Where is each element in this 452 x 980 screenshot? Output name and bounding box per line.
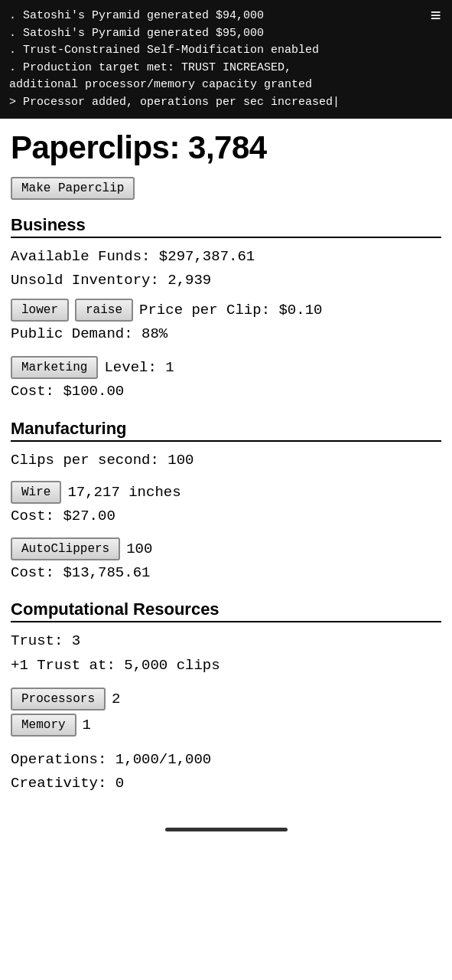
raise-price-button[interactable]: raise xyxy=(75,299,133,322)
marketing-row: Marketing Level: 1 xyxy=(11,356,441,379)
main-content: Paperclips: 3,784 Make Paperclip Busines… xyxy=(0,119,452,812)
public-demand: Public Demand: 88% xyxy=(11,323,441,345)
computational-header: Computational Resources xyxy=(11,599,441,622)
business-header: Business xyxy=(11,215,441,238)
paperclips-title: Paperclips: 3,784 xyxy=(11,129,441,166)
creativity: Creativity: 0 xyxy=(11,773,441,795)
trust: Trust: 3 xyxy=(11,630,441,652)
clips-per-second: Clips per second: 100 xyxy=(11,449,441,472)
marketing-button[interactable]: Marketing xyxy=(11,356,98,379)
processors-row: Processors 2 xyxy=(11,688,441,710)
scroll-indicator xyxy=(165,828,288,831)
lower-price-button[interactable]: lower xyxy=(11,299,69,322)
log-line-3: . Trust-Constrained Self-Modification en… xyxy=(9,42,443,60)
marketing-level: Level: 1 xyxy=(104,359,174,376)
wire-amount: 17,217 inches xyxy=(67,484,180,501)
wire-row: Wire 17,217 inches xyxy=(11,481,441,504)
log-line-5: additional processor/memory capacity gra… xyxy=(9,77,443,94)
processors-count: 2 xyxy=(112,691,120,707)
price-row: lower raise Price per Clip: $0.10 xyxy=(11,299,441,322)
log-line-6: > Processor added, operations per sec in… xyxy=(9,94,443,112)
wire-button[interactable]: Wire xyxy=(11,481,61,504)
log-line-1: . Satoshi's Pyramid generated $94,000 xyxy=(9,8,443,25)
next-trust: +1 Trust at: 5,000 clips xyxy=(11,655,441,677)
memory-row: Memory 1 xyxy=(11,714,441,737)
operations: Operations: 1,000/1,000 xyxy=(11,749,441,771)
menu-icon[interactable]: ≡ xyxy=(431,8,441,26)
wire-cost: Cost: $27.00 xyxy=(11,505,441,528)
log-area: . Satoshi's Pyramid generated $94,000 . … xyxy=(0,0,452,119)
autoclippers-cost: Cost: $13,785.61 xyxy=(11,562,441,584)
unsold-inventory: Unsold Inventory: 2,939 xyxy=(11,270,441,292)
marketing-cost: Cost: $100.00 xyxy=(11,381,441,403)
processors-button[interactable]: Processors xyxy=(11,688,106,710)
price-per-clip: Price per Clip: $0.10 xyxy=(139,302,322,318)
memory-button[interactable]: Memory xyxy=(11,714,76,737)
log-line-4: . Production target met: TRUST INCREASED… xyxy=(9,60,443,77)
log-line-2: . Satoshi's Pyramid generated $95,000 xyxy=(9,25,443,43)
make-paperclip-button[interactable]: Make Paperclip xyxy=(11,177,135,200)
memory-count: 1 xyxy=(83,717,91,733)
autoclippers-count: 100 xyxy=(126,541,152,557)
manufacturing-header: Manufacturing xyxy=(11,419,441,442)
autoclippers-button[interactable]: AutoClippers xyxy=(11,537,120,560)
autoclippers-row: AutoClippers 100 xyxy=(11,537,441,560)
available-funds: Available Funds: $297,387.61 xyxy=(11,246,441,268)
